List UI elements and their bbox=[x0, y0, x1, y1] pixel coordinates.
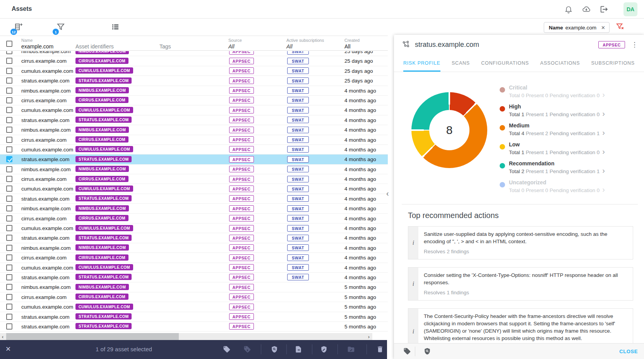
chevron-right-icon[interactable]: › bbox=[602, 129, 605, 136]
shield-scan-icon[interactable] bbox=[271, 345, 278, 353]
table-row[interactable]: nimbus.example.com NIMBUS.EXAMPLE.COM AP… bbox=[0, 51, 388, 56]
row-checkbox[interactable] bbox=[6, 314, 12, 320]
filter-button[interactable]: 1 bbox=[56, 22, 66, 32]
row-checkbox[interactable] bbox=[6, 117, 12, 123]
legend-item[interactable]: Low Total 1 Present 1 Pending verificati… bbox=[500, 141, 605, 160]
row-checkbox[interactable] bbox=[6, 127, 12, 133]
row-checkbox[interactable] bbox=[6, 304, 12, 310]
row-checkbox[interactable] bbox=[6, 88, 12, 94]
table-row[interactable]: cirrus.example.com CIRRUS.EXAMPLE.COM AP… bbox=[0, 96, 388, 105]
row-checkbox[interactable] bbox=[6, 294, 12, 300]
row-checkbox[interactable] bbox=[6, 77, 12, 84]
table-row[interactable]: stratus.example.com STRATUS.EXAMPLE.COM … bbox=[0, 312, 388, 322]
row-checkbox[interactable] bbox=[6, 166, 12, 172]
filter-chip[interactable]: Name example.com ✕ bbox=[544, 22, 610, 33]
close-panel-button[interactable]: CLOSE bbox=[619, 349, 638, 354]
row-checkbox[interactable] bbox=[6, 68, 12, 74]
notifications-bell-icon[interactable] bbox=[564, 5, 573, 14]
table-row[interactable]: cirrus.example.com CIRRUS.EXAMPLE.COM AP… bbox=[0, 253, 388, 263]
table-row[interactable]: cumulus.example.com CUMULUS.EXAMPLE.COM … bbox=[0, 184, 388, 194]
chevron-right-icon[interactable]: › bbox=[602, 91, 605, 98]
row-checkbox[interactable] bbox=[6, 225, 12, 231]
table-row[interactable]: stratus.example.com STRATUS.EXAMPLE.COM … bbox=[0, 194, 388, 204]
collapse-panel-icon[interactable]: ‹ bbox=[386, 189, 389, 198]
legend-item[interactable]: Medium Total 4 Present 2 Pending verific… bbox=[500, 122, 605, 141]
avatar[interactable]: DA bbox=[623, 2, 637, 16]
table-row[interactable]: nimbus.example.com NIMBUS.EXAMPLE.COM AP… bbox=[0, 165, 388, 174]
row-checkbox[interactable] bbox=[6, 107, 12, 113]
cloud-download-icon[interactable] bbox=[582, 5, 591, 14]
table-row[interactable]: nimbus.example.com NIMBUS.EXAMPLE.COM AP… bbox=[0, 86, 388, 96]
clear-filters-icon[interactable] bbox=[616, 22, 625, 32]
row-checkbox[interactable] bbox=[6, 274, 12, 280]
export-report-icon[interactable] bbox=[295, 345, 302, 353]
legend-item[interactable]: Uncategorized Total 0 Present 0 Pending … bbox=[500, 179, 605, 198]
table-row[interactable]: cirrus.example.com CIRRUS.EXAMPLE.COM AP… bbox=[0, 135, 388, 145]
table-row[interactable]: stratus.example.com STRATUS.EXAMPLE.COM … bbox=[0, 322, 388, 332]
table-row[interactable]: stratus.example.com STRATUS.EXAMPLE.COM … bbox=[0, 115, 388, 125]
view-list-button[interactable] bbox=[111, 22, 121, 32]
tab-associations[interactable]: ASSOCIATIONS bbox=[540, 54, 580, 72]
scroll-left-icon[interactable]: ‹ bbox=[0, 333, 5, 340]
shield-scan-icon[interactable] bbox=[423, 347, 431, 355]
table-row[interactable]: cumulus.example.com CUMULUS.EXAMPLE.COM … bbox=[0, 223, 388, 233]
table-row[interactable]: nimbus.example.com NIMBUS.EXAMPLE.COM AP… bbox=[0, 125, 388, 135]
table-row[interactable]: stratus.example.com STRATUS.EXAMPLE.COM … bbox=[0, 76, 388, 86]
row-checkbox[interactable] bbox=[6, 323, 12, 330]
clear-selection-icon[interactable]: ✕ bbox=[5, 345, 11, 353]
row-checkbox[interactable] bbox=[6, 156, 12, 162]
legend-item[interactable]: Critical Total 0 Present 0 Pending verif… bbox=[500, 84, 605, 103]
folder-edit-icon[interactable] bbox=[347, 345, 355, 353]
tab-scans[interactable]: SCANS bbox=[452, 54, 470, 72]
table-row[interactable]: cumulus.example.com CUMULUS.EXAMPLE.COM … bbox=[0, 105, 388, 115]
tab-configurations[interactable]: CONFIGURATIONS bbox=[481, 54, 529, 72]
scrollbar-thumb[interactable] bbox=[6, 333, 179, 340]
row-checkbox[interactable] bbox=[6, 137, 12, 143]
table-row[interactable]: nimbus.example.com NIMBUS.EXAMPLE.COM AP… bbox=[0, 282, 388, 292]
chevron-right-icon[interactable]: › bbox=[602, 167, 605, 174]
tag-add-icon[interactable] bbox=[243, 345, 251, 353]
table-row[interactable]: cumulus.example.com CUMULUS.EXAMPLE.COM … bbox=[0, 302, 388, 312]
trash-icon[interactable] bbox=[376, 345, 384, 353]
row-checkbox[interactable] bbox=[6, 51, 12, 54]
tag-icon[interactable] bbox=[403, 347, 411, 355]
row-checkbox[interactable] bbox=[6, 265, 12, 271]
row-checkbox[interactable] bbox=[6, 254, 12, 261]
legend-item[interactable]: High Total 1 Present 1 Pending verificat… bbox=[500, 103, 605, 122]
table-row[interactable]: cirrus.example.com CIRRUS.EXAMPLE.COM AP… bbox=[0, 174, 388, 184]
tab-subscriptions[interactable]: SUBSCRIPTIONS bbox=[591, 54, 635, 72]
legend-item[interactable]: Recommendation Total 2 Present 1 Pending… bbox=[500, 160, 605, 179]
select-all-checkbox[interactable] bbox=[6, 41, 12, 47]
table-row[interactable]: stratus.example.com STRATUS.EXAMPLE.COM … bbox=[0, 273, 388, 282]
row-checkbox[interactable] bbox=[6, 205, 12, 211]
table-row[interactable]: cumulus.example.com CUMULUS.EXAMPLE.COM … bbox=[0, 145, 388, 155]
table-row[interactable]: stratus.example.com STRATUS.EXAMPLE.COM … bbox=[0, 233, 388, 243]
row-checkbox[interactable] bbox=[6, 97, 12, 103]
table-row[interactable]: nimbus.example.com NIMBUS.EXAMPLE.COM AP… bbox=[0, 243, 388, 253]
table-row[interactable]: cirrus.example.com CIRRUS.EXAMPLE.COM AP… bbox=[0, 292, 388, 302]
chevron-right-icon[interactable]: › bbox=[602, 110, 605, 117]
table-row[interactable]: cirrus.example.com CIRRUS.EXAMPLE.COM AP… bbox=[0, 214, 388, 223]
row-checkbox[interactable] bbox=[6, 215, 12, 222]
table-row[interactable]: cirrus.example.com CIRRUS.EXAMPLE.COM AP… bbox=[0, 56, 388, 66]
table-row[interactable]: cumulus.example.com CUMULUS.EXAMPLE.COM … bbox=[0, 66, 388, 76]
kebab-menu-icon[interactable]: ⋮ bbox=[631, 41, 638, 48]
shield-edit-icon[interactable] bbox=[320, 345, 328, 353]
row-checkbox[interactable] bbox=[6, 245, 12, 251]
chevron-right-icon[interactable]: › bbox=[602, 186, 605, 193]
table-row[interactable]: nimbus.example.com NIMBUS.EXAMPLE.COM AP… bbox=[0, 204, 388, 213]
add-column-button[interactable]: 12 bbox=[14, 22, 24, 32]
tag-icon[interactable] bbox=[223, 345, 231, 353]
scroll-right-icon[interactable]: › bbox=[366, 333, 372, 340]
row-checkbox[interactable] bbox=[6, 186, 12, 192]
tab-risk-profile[interactable]: RISK PROFILE bbox=[403, 54, 440, 72]
row-checkbox[interactable] bbox=[6, 146, 12, 153]
table-row[interactable]: stratus.example.com STRATUS.EXAMPLE.COM … bbox=[0, 155, 388, 164]
row-checkbox[interactable] bbox=[6, 58, 12, 64]
chevron-right-icon[interactable]: › bbox=[602, 148, 605, 155]
row-checkbox[interactable] bbox=[6, 235, 12, 241]
row-checkbox[interactable] bbox=[6, 176, 12, 182]
logout-icon[interactable] bbox=[600, 5, 608, 14]
horizontal-scrollbar[interactable]: ‹ › bbox=[0, 333, 372, 340]
table-row[interactable]: cumulus.example.com CUMULUS.EXAMPLE.COM … bbox=[0, 263, 388, 273]
